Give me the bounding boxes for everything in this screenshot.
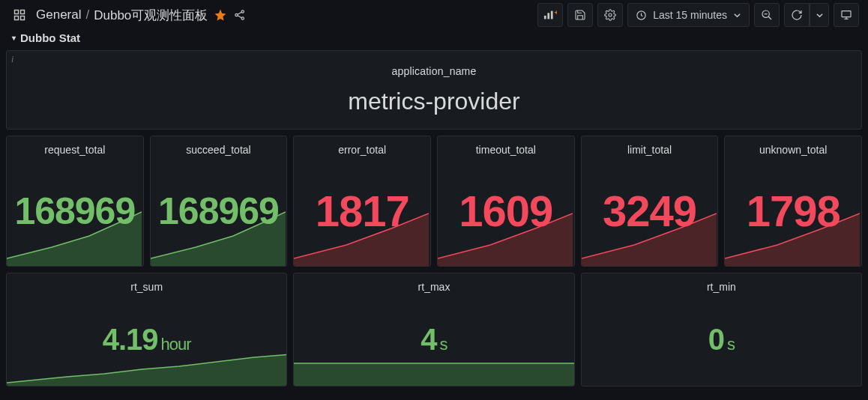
panel-error-total[interactable]: error_total 1817 — [293, 136, 431, 267]
panel-unit: s — [440, 335, 447, 354]
panel-rt-sum[interactable]: rt_sum 4.19hour — [6, 273, 287, 387]
breadcrumb-separator: / — [85, 7, 89, 22]
panel-value: 1609 — [459, 190, 552, 233]
stats-row-1: request_total 168969 succeed_total 16896… — [6, 136, 862, 267]
svg-rect-10 — [548, 13, 550, 19]
panel-value: 0s — [708, 324, 735, 354]
stats-row-rt: rt_sum 4.19hour rt_max 4s rt_min 0s — [6, 273, 862, 387]
topbar-right: + Last 15 minutes — [537, 3, 859, 27]
svg-point-6 — [241, 17, 244, 19]
panel-title: error_total — [294, 136, 430, 156]
panel-title: succeed_total — [151, 136, 287, 156]
panel-request-total[interactable]: request_total 168969 — [6, 136, 144, 267]
add-panel-button[interactable]: + — [537, 3, 563, 27]
breadcrumb-title[interactable]: Dubbo可观测性面板 — [94, 7, 208, 24]
panel-title: rt_max — [294, 273, 573, 293]
chevron-down-icon: ▾ — [12, 34, 16, 42]
zoom-out-button[interactable] — [754, 3, 780, 27]
info-icon[interactable]: i — [11, 54, 13, 65]
panel-value: 4s — [421, 324, 447, 354]
panel-value: 168969 — [14, 193, 135, 230]
panel-title: rt_min — [582, 273, 861, 293]
row-header[interactable]: ▾ Dubbo Stat — [0, 30, 868, 47]
panel-limit-total[interactable]: limit_total 3249 — [581, 136, 719, 267]
settings-button[interactable] — [597, 3, 623, 27]
panel-value: 168969 — [158, 193, 279, 230]
svg-line-7 — [238, 12, 241, 14]
panel-unknown-total[interactable]: unknown_total 1798 — [724, 136, 862, 267]
panel-title: timeout_total — [438, 136, 574, 156]
svg-point-5 — [241, 10, 244, 13]
chevron-down-icon — [733, 11, 741, 19]
svg-rect-1 — [21, 10, 25, 14]
svg-rect-0 — [15, 10, 19, 14]
panel-rt-min[interactable]: rt_min 0s — [581, 273, 862, 387]
panel-value: metrics-provider — [348, 88, 519, 115]
time-range-picker[interactable]: Last 15 minutes — [627, 3, 750, 27]
svg-rect-9 — [544, 16, 546, 19]
svg-rect-2 — [15, 16, 19, 20]
panel-title: rt_sum — [7, 273, 286, 293]
panel-title: request_total — [7, 136, 143, 156]
share-icon[interactable] — [233, 8, 247, 22]
svg-line-8 — [238, 16, 241, 18]
svg-rect-11 — [551, 11, 553, 19]
panel-value: 1817 — [316, 190, 409, 233]
breadcrumb-folder[interactable]: General — [36, 7, 81, 22]
time-range-label: Last 15 minutes — [653, 9, 727, 21]
kiosk-button[interactable] — [834, 3, 859, 27]
refresh-interval-button[interactable] — [810, 3, 829, 27]
breadcrumb: General / Dubbo可观测性面板 — [36, 7, 208, 24]
svg-point-13 — [609, 13, 612, 16]
svg-line-16 — [768, 16, 771, 19]
chevron-down-icon — [816, 11, 824, 19]
clock-icon — [636, 10, 647, 21]
refresh-button[interactable] — [784, 3, 810, 27]
panel-application-name[interactable]: i application_name metrics-provider — [6, 50, 862, 130]
dashboards-icon[interactable] — [9, 3, 30, 27]
star-icon[interactable] — [214, 8, 227, 22]
svg-text:+: + — [555, 10, 558, 16]
panel-value: 4.19hour — [103, 324, 191, 354]
svg-rect-3 — [21, 16, 25, 20]
panel-title: limit_total — [582, 136, 718, 156]
topbar: General / Dubbo可观测性面板 + Last 15 minutes — [0, 0, 868, 30]
panel-rt-max[interactable]: rt_max 4s — [293, 273, 574, 387]
panel-unit: hour — [161, 335, 191, 354]
panel-title: unknown_total — [725, 136, 861, 156]
topbar-left: General / Dubbo可观测性面板 — [9, 3, 530, 27]
row-title: Dubbo Stat — [20, 31, 80, 44]
save-button[interactable] — [567, 3, 593, 27]
panel-value: 3249 — [603, 190, 696, 233]
svg-point-4 — [235, 13, 238, 16]
panel-succeed-total[interactable]: succeed_total 168969 — [150, 136, 288, 267]
panel-unit: s — [727, 335, 735, 354]
panel-title: application_name — [392, 65, 477, 77]
panel-timeout-total[interactable]: timeout_total 1609 — [437, 136, 575, 267]
svg-rect-18 — [842, 11, 851, 17]
panel-value: 1798 — [747, 190, 840, 233]
